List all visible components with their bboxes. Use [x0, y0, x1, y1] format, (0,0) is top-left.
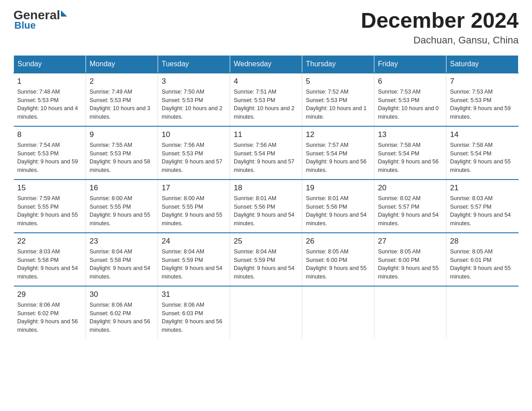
day-cell — [302, 286, 374, 339]
day-info: Sunrise: 8:03 AM Sunset: 5:58 PM Dayligh… — [17, 248, 82, 281]
day-number: 8 — [17, 130, 82, 139]
day-number: 4 — [234, 77, 298, 86]
day-info: Sunrise: 8:00 AM Sunset: 5:55 PM Dayligh… — [90, 194, 154, 228]
day-cell: 4 Sunrise: 7:51 AM Sunset: 5:53 PM Dayli… — [230, 73, 302, 126]
header-friday: Friday — [374, 55, 446, 73]
day-info: Sunrise: 8:02 AM Sunset: 5:57 PM Dayligh… — [378, 194, 442, 228]
day-number: 22 — [17, 237, 82, 246]
header-sunday: Sunday — [14, 55, 86, 73]
calendar-table: Sunday Monday Tuesday Wednesday Thursday… — [13, 55, 519, 339]
logo-triangle-icon — [61, 10, 67, 17]
day-cell: 9 Sunrise: 7:55 AM Sunset: 5:53 PM Dayli… — [86, 126, 158, 180]
day-cell: 29 Sunrise: 8:06 AM Sunset: 6:02 PM Dayl… — [14, 286, 86, 339]
day-cell: 15 Sunrise: 7:59 AM Sunset: 5:55 PM Dayl… — [14, 180, 86, 233]
day-number: 26 — [306, 237, 370, 246]
day-number: 19 — [306, 184, 370, 193]
day-number: 9 — [90, 130, 154, 139]
day-number: 27 — [378, 237, 442, 246]
day-info: Sunrise: 8:04 AM Sunset: 5:59 PM Dayligh… — [234, 248, 298, 281]
day-cell: 3 Sunrise: 7:50 AM Sunset: 5:53 PM Dayli… — [158, 73, 230, 126]
day-cell: 22 Sunrise: 8:03 AM Sunset: 5:58 PM Dayl… — [14, 233, 86, 286]
week-row-5: 29 Sunrise: 8:06 AM Sunset: 6:02 PM Dayl… — [14, 286, 519, 339]
day-cell: 28 Sunrise: 8:05 AM Sunset: 6:01 PM Dayl… — [446, 233, 519, 286]
day-cell: 27 Sunrise: 8:05 AM Sunset: 6:00 PM Dayl… — [374, 233, 446, 286]
day-number: 28 — [450, 237, 515, 246]
day-number: 23 — [90, 237, 154, 246]
day-info: Sunrise: 7:56 AM Sunset: 5:53 PM Dayligh… — [162, 141, 226, 175]
day-number: 11 — [234, 130, 298, 139]
day-number: 21 — [450, 184, 515, 193]
day-number: 24 — [162, 237, 226, 246]
day-number: 17 — [162, 184, 226, 193]
day-cell: 12 Sunrise: 7:57 AM Sunset: 5:54 PM Dayl… — [302, 126, 374, 180]
day-cell: 2 Sunrise: 7:49 AM Sunset: 5:53 PM Dayli… — [86, 73, 158, 126]
header-thursday: Thursday — [302, 55, 374, 73]
day-info: Sunrise: 7:57 AM Sunset: 5:54 PM Dayligh… — [306, 141, 370, 175]
day-cell: 5 Sunrise: 7:52 AM Sunset: 5:53 PM Dayli… — [302, 73, 374, 126]
day-info: Sunrise: 7:53 AM Sunset: 5:53 PM Dayligh… — [450, 88, 515, 121]
day-info: Sunrise: 7:49 AM Sunset: 5:53 PM Dayligh… — [90, 88, 154, 121]
day-cell: 7 Sunrise: 7:53 AM Sunset: 5:53 PM Dayli… — [446, 73, 519, 126]
day-number: 29 — [17, 290, 82, 299]
week-row-2: 8 Sunrise: 7:54 AM Sunset: 5:53 PM Dayli… — [14, 126, 519, 180]
header-wednesday: Wednesday — [230, 55, 302, 73]
day-info: Sunrise: 8:01 AM Sunset: 5:56 PM Dayligh… — [306, 194, 370, 228]
day-info: Sunrise: 8:05 AM Sunset: 6:00 PM Dayligh… — [306, 248, 370, 281]
day-info: Sunrise: 7:58 AM Sunset: 5:54 PM Dayligh… — [450, 141, 515, 175]
day-number: 6 — [378, 77, 442, 86]
day-number: 31 — [162, 290, 226, 299]
day-number: 14 — [450, 130, 515, 139]
day-cell: 10 Sunrise: 7:56 AM Sunset: 5:53 PM Dayl… — [158, 126, 230, 180]
header-monday: Monday — [86, 55, 158, 73]
day-cell: 25 Sunrise: 8:04 AM Sunset: 5:59 PM Dayl… — [230, 233, 302, 286]
day-cell — [230, 286, 302, 339]
day-cell: 11 Sunrise: 7:56 AM Sunset: 5:54 PM Dayl… — [230, 126, 302, 180]
day-info: Sunrise: 7:56 AM Sunset: 5:54 PM Dayligh… — [234, 141, 298, 175]
day-cell: 16 Sunrise: 8:00 AM Sunset: 5:55 PM Dayl… — [86, 180, 158, 233]
week-row-4: 22 Sunrise: 8:03 AM Sunset: 5:58 PM Dayl… — [14, 233, 519, 286]
day-number: 5 — [306, 77, 370, 86]
title-block: December 2024 Dachuan, Gansu, China — [361, 9, 519, 46]
day-number: 25 — [234, 237, 298, 246]
month-title: December 2024 — [361, 9, 519, 33]
header-saturday: Saturday — [446, 55, 519, 73]
day-info: Sunrise: 8:01 AM Sunset: 5:56 PM Dayligh… — [234, 194, 298, 228]
day-info: Sunrise: 7:48 AM Sunset: 5:53 PM Dayligh… — [17, 88, 82, 121]
day-cell: 14 Sunrise: 7:58 AM Sunset: 5:54 PM Dayl… — [446, 126, 519, 180]
day-info: Sunrise: 7:51 AM Sunset: 5:53 PM Dayligh… — [234, 88, 298, 121]
day-cell: 19 Sunrise: 8:01 AM Sunset: 5:56 PM Dayl… — [302, 180, 374, 233]
day-info: Sunrise: 8:05 AM Sunset: 6:01 PM Dayligh… — [450, 248, 515, 281]
day-info: Sunrise: 8:06 AM Sunset: 6:03 PM Dayligh… — [162, 301, 226, 334]
day-number: 13 — [378, 130, 442, 139]
day-info: Sunrise: 7:54 AM Sunset: 5:53 PM Dayligh… — [17, 141, 82, 175]
day-cell: 6 Sunrise: 7:53 AM Sunset: 5:53 PM Dayli… — [374, 73, 446, 126]
day-info: Sunrise: 7:55 AM Sunset: 5:53 PM Dayligh… — [90, 141, 154, 175]
day-number: 30 — [90, 290, 154, 299]
day-number: 1 — [17, 77, 82, 86]
day-cell: 21 Sunrise: 8:03 AM Sunset: 5:57 PM Dayl… — [446, 180, 519, 233]
day-cell: 31 Sunrise: 8:06 AM Sunset: 6:03 PM Dayl… — [158, 286, 230, 339]
day-cell: 13 Sunrise: 7:58 AM Sunset: 5:54 PM Dayl… — [374, 126, 446, 180]
day-cell: 26 Sunrise: 8:05 AM Sunset: 6:00 PM Dayl… — [302, 233, 374, 286]
day-cell: 17 Sunrise: 8:00 AM Sunset: 5:55 PM Dayl… — [158, 180, 230, 233]
day-info: Sunrise: 7:58 AM Sunset: 5:54 PM Dayligh… — [378, 141, 442, 175]
day-info: Sunrise: 7:59 AM Sunset: 5:55 PM Dayligh… — [17, 194, 82, 228]
location-text: Dachuan, Gansu, China — [361, 34, 519, 46]
logo-blue-text: Blue — [14, 20, 67, 31]
day-cell: 20 Sunrise: 8:02 AM Sunset: 5:57 PM Dayl… — [374, 180, 446, 233]
day-number: 12 — [306, 130, 370, 139]
day-cell — [374, 286, 446, 339]
week-row-3: 15 Sunrise: 7:59 AM Sunset: 5:55 PM Dayl… — [14, 180, 519, 233]
day-number: 10 — [162, 130, 226, 139]
day-info: Sunrise: 7:52 AM Sunset: 5:53 PM Dayligh… — [306, 88, 370, 121]
day-info: Sunrise: 8:05 AM Sunset: 6:00 PM Dayligh… — [378, 248, 442, 281]
day-number: 2 — [90, 77, 154, 86]
day-info: Sunrise: 8:04 AM Sunset: 5:59 PM Dayligh… — [162, 248, 226, 281]
day-cell: 1 Sunrise: 7:48 AM Sunset: 5:53 PM Dayli… — [14, 73, 86, 126]
day-info: Sunrise: 8:04 AM Sunset: 5:58 PM Dayligh… — [90, 248, 154, 281]
day-cell: 18 Sunrise: 8:01 AM Sunset: 5:56 PM Dayl… — [230, 180, 302, 233]
day-number: 18 — [234, 184, 298, 193]
day-cell — [446, 286, 519, 339]
day-number: 3 — [162, 77, 226, 86]
day-info: Sunrise: 8:03 AM Sunset: 5:57 PM Dayligh… — [450, 194, 515, 228]
